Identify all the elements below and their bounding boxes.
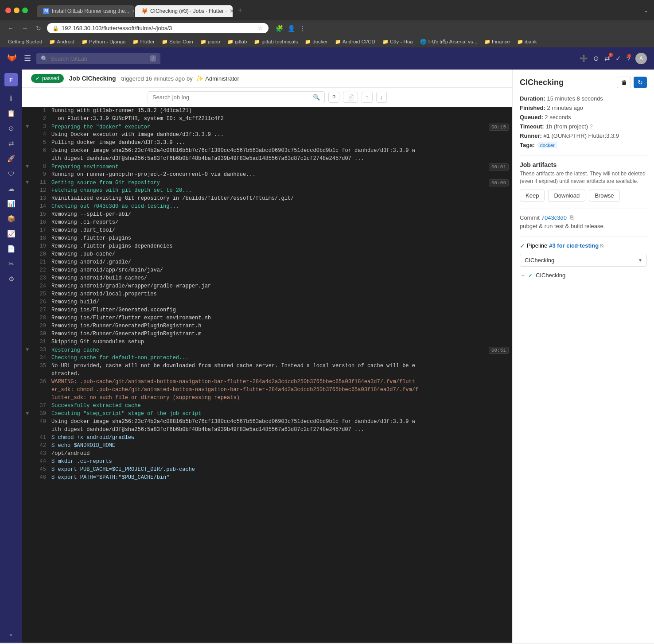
sidebar-item-settings[interactable]: ⚙: [4, 272, 18, 286]
timeout-help-icon[interactable]: ?: [590, 124, 593, 130]
search-log-container[interactable]: 🔍: [148, 91, 325, 103]
bookmark-gitlab[interactable]: gitlab: [225, 38, 250, 46]
tabs-overflow-button[interactable]: ⌄: [643, 7, 649, 14]
log-line: 1 Running with gitlab-runner 15.8.2 (4d1…: [22, 107, 512, 115]
section-toggle-39[interactable]: ▼: [26, 411, 31, 417]
bookmark-flutter[interactable]: Flutter: [130, 38, 157, 46]
bookmark-android[interactable]: Android: [47, 38, 77, 46]
gitlab-search-input[interactable]: [51, 55, 148, 62]
commit-hash-link[interactable]: 7043c3d0: [541, 214, 567, 221]
back-button[interactable]: ←: [5, 24, 16, 33]
browser-nav-bar: ← → ↻ 🔒 ☆ 🧩 👤 ⋮: [0, 20, 654, 36]
bookmark-cay-hoa[interactable]: Cây - Hoa: [380, 38, 416, 46]
panel-divider-1: [520, 155, 647, 156]
pipeline-link[interactable]: #3 for cicd-testing: [549, 242, 599, 249]
raw-log-button[interactable]: 📄: [343, 92, 358, 103]
sidebar-item-deployments[interactable]: ☁: [4, 182, 18, 195]
address-bar[interactable]: 🔒 ☆: [47, 23, 269, 33]
tab1-close-icon[interactable]: ✕: [132, 8, 134, 14]
bookmark-solar-coin[interactable]: Solar Coin: [159, 38, 196, 46]
search-help-button[interactable]: ?: [328, 92, 339, 103]
bookmark-docker[interactable]: docker: [302, 38, 331, 46]
log-line: 22Removing android/app/src/main/java/: [22, 267, 512, 275]
minimize-window-button[interactable]: [14, 8, 19, 13]
sidebar-item-info[interactable]: ℹ: [4, 92, 18, 105]
download-artifacts-button[interactable]: Download: [548, 190, 585, 202]
sidebar-expand-button[interactable]: «: [4, 630, 18, 639]
scroll-bottom-button[interactable]: ↓: [376, 92, 387, 103]
browser-tab-2[interactable]: 🦊 CIChecking (#3) · Jobs · Flutter · ✕: [135, 5, 233, 17]
sidebar-item-wiki[interactable]: 📄: [4, 242, 18, 256]
bookmark-android-cicd[interactable]: Android CI/CD: [332, 38, 378, 46]
keep-artifacts-button[interactable]: Keep: [520, 190, 545, 202]
log-line: 34Checking cache for default-non_protect…: [22, 354, 512, 362]
sidebar-item-mr[interactable]: ⇄: [4, 137, 18, 150]
panel-duration: Duration: 15 minutes 8 seconds: [520, 95, 647, 102]
extensions-icon[interactable]: 🧩: [276, 25, 283, 32]
bookmark-python[interactable]: Python - Django: [79, 38, 128, 46]
log-line-section: ▼ 11 Getting source from Git repository …: [22, 179, 512, 187]
section-toggle-3[interactable]: ▼: [26, 124, 31, 130]
section-toggle-11[interactable]: ▼: [26, 179, 31, 186]
sidebar-item-snippets[interactable]: ✂: [4, 257, 18, 271]
scroll-top-button[interactable]: ↑: [362, 92, 373, 103]
sidebar-item-issues[interactable]: ⊙: [4, 122, 18, 135]
bookmark-getting-started[interactable]: Getting Started: [5, 38, 45, 45]
log-scroll[interactable]: 1 Running with gitlab-runner 15.8.2 (4d1…: [22, 107, 512, 643]
log-line: 29Removing ios/Runner/GeneratedPluginReg…: [22, 322, 512, 330]
sidebar-item-security[interactable]: 🛡: [4, 167, 18, 180]
log-line: 13 Reinitialized existing Git repository…: [22, 195, 512, 203]
artifacts-section: Job artifacts These artifacts are the la…: [520, 161, 647, 202]
sidebar-item-analytics[interactable]: 📈: [4, 227, 18, 241]
tab2-close-icon[interactable]: ✕: [230, 8, 233, 14]
issues-icon[interactable]: ⊙: [593, 54, 599, 62]
pipeline-stage-select[interactable]: CIChecking: [520, 254, 647, 267]
log-container: 🔍 ? 📄 ↑ ↓ 1 Running with gitlab-runner 1…: [22, 88, 512, 643]
copy-pipeline-link-button[interactable]: ⎘: [600, 243, 603, 248]
sidebar-item-cicd[interactable]: 🚀: [4, 152, 18, 165]
section-toggle-8[interactable]: ▼: [26, 163, 31, 170]
log-line: 43/opt/android: [22, 450, 512, 458]
search-log-input[interactable]: [152, 94, 313, 101]
right-panel: CIChecking 🗑 ↻ Duration: 15 minutes 8 se…: [512, 70, 654, 643]
gitlab-search-bar[interactable]: 🔍 /: [36, 53, 160, 64]
delete-artifacts-button[interactable]: 🗑: [617, 77, 631, 88]
gitlab-logo-icon[interactable]: [7, 53, 17, 65]
panel-queued: Queued: 2 seconds: [520, 114, 647, 120]
project-icon[interactable]: F: [4, 73, 18, 86]
profile-icon[interactable]: 👤: [288, 25, 295, 32]
address-input[interactable]: [62, 25, 255, 31]
user-avatar[interactable]: A: [635, 53, 647, 64]
merge-requests-icon[interactable]: ⇄ !: [604, 54, 610, 62]
sidebar-item-repo[interactable]: 📋: [4, 107, 18, 120]
section-toggle-33[interactable]: ▼: [26, 347, 31, 353]
bookmark-finance[interactable]: Finance: [482, 38, 513, 46]
refresh-button[interactable]: ↻: [34, 24, 43, 33]
panel-title-actions: 🗑 ↻: [617, 77, 647, 88]
to-do-icon[interactable]: ✓: [615, 54, 621, 62]
sidebar-item-packages[interactable]: 📦: [4, 212, 18, 225]
new-tab-button[interactable]: +: [234, 4, 246, 17]
copy-commit-hash-button[interactable]: ⎘: [570, 214, 573, 221]
maximize-window-button[interactable]: [22, 8, 28, 13]
forward-button[interactable]: →: [19, 24, 30, 33]
panel-timeout: Timeout: 1h (from project) ?: [520, 123, 647, 130]
browser-tab-1[interactable]: M Install GitLab Runner using the... ✕: [37, 5, 134, 17]
bookmark-piano[interactable]: piano: [198, 38, 223, 46]
sidebar-toggle-button[interactable]: ☰: [24, 54, 31, 63]
pipeline-success-icon: ✓: [528, 272, 533, 279]
bookmark-ibank[interactable]: ibank: [514, 38, 540, 46]
job-meta: triggered 16 minutes ago by ✨ Administra…: [121, 75, 239, 82]
create-icon[interactable]: ➕: [580, 54, 588, 62]
sidebar-item-monitor[interactable]: 📊: [4, 197, 18, 210]
close-window-button[interactable]: [5, 8, 11, 13]
browse-artifacts-button[interactable]: Browse: [589, 190, 619, 202]
menu-icon[interactable]: ⋮: [300, 25, 306, 32]
tab1-label: Install GitLab Runner using the...: [52, 8, 129, 14]
retry-job-button[interactable]: ↻: [634, 77, 647, 88]
panel-runner: Runner: #1 (GUNcPTHR) Flutter:3.3.9: [520, 132, 647, 139]
bookmark-arsenal[interactable]: 🌐 Trực tiếp Arsenal vs...: [417, 38, 480, 46]
bookmark-star-icon[interactable]: ☆: [258, 25, 263, 31]
help-icon[interactable]: ?: [627, 55, 630, 62]
bookmark-gitlab-tech[interactable]: gitlab technicals: [251, 38, 300, 46]
